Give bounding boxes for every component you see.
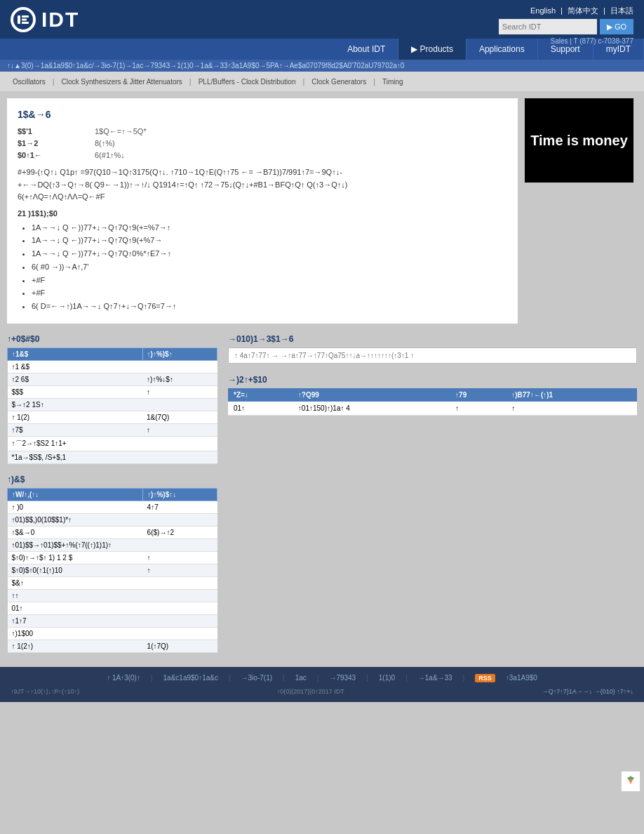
col-header-1: ↑1&$ — [8, 348, 143, 360]
product-bullets: 1A→→↓ Q ←))77+↓→Q↑7Q↑9(+=%7→↑ 1A→→↓ Q ←)… — [32, 221, 507, 313]
col2-header-2: ↑)↑%)$↑↓ — [143, 488, 217, 501]
bullet-3: 1A→→↓ Q ←))77+↓→Q↑7Q↑0%*↑E7→↑ — [32, 247, 507, 260]
table-row: $→↑2 1S↑ — [8, 398, 217, 411]
product-pn-row: $$'1 1$Q←=↑→5Q* — [18, 127, 507, 135]
footer-sub-links: ↑9JT→↑10(↑)↓↑P↑(↑10↑) — [11, 688, 79, 695]
table-row: *1a→$S$, /S+$,1 — [8, 451, 217, 463]
footer-link-7[interactable]: →1a&→33 — [418, 674, 452, 682]
subnav-sep-1: | — [53, 77, 55, 86]
footer-sep-4: | — [317, 674, 319, 682]
family-value: 8(↑%) — [95, 139, 115, 147]
col2-header-1: ↑W/↑,(↑↓ — [8, 488, 143, 501]
footer-sep-1: | — [151, 674, 153, 682]
table-row: $↑0)$↑0(↑1(↑)10 ↑ — [8, 564, 217, 576]
table-row: ↑01)$$,)0(10$$1)*↑ — [8, 513, 217, 526]
search-area: ▶ GO — [499, 19, 633, 34]
ad-banner: Time is money — [525, 98, 633, 183]
status-value: 6(#1↑%↓ — [95, 151, 125, 159]
main-section: 1$&→6 $$'1 1$Q←=↑→5Q* $1→2 8(↑%) $0↑1← 6… — [0, 91, 644, 331]
subnav-item-3[interactable]: PLL/Buffers - Clock Distribution — [193, 77, 302, 87]
status-label: $0↑1← — [18, 151, 95, 159]
order-col-1: *Z=↓ — [228, 388, 293, 402]
go-button[interactable]: ▶ GO — [600, 19, 633, 34]
subnav: Oscillators | Clock Synthesizers & Jitte… — [0, 72, 644, 91]
footer-link-2[interactable]: 1a&c1a9$0↑1a&c — [163, 674, 218, 682]
footer-link-3[interactable]: →3io-7(1) — [241, 674, 272, 682]
related-header: →010)1→3$1→6 — [228, 334, 637, 344]
rss-badge[interactable]: RSS — [475, 674, 495, 682]
right-panel: Time is money — [525, 98, 637, 324]
table-row: $$$ ↑ — [8, 385, 217, 398]
left-table1-header: ↑+0$#$0 — [7, 334, 217, 344]
subnav-sep-4: | — [373, 77, 375, 86]
footer-sep-3: | — [283, 674, 285, 682]
order-table: *Z=↓ ↑?Q99 ↑79 ↑)B77↑←(↑)1 01↑ ↑01↑150)↑… — [228, 388, 637, 416]
left-table2-header: ↑)&$ — [7, 475, 217, 484]
footer-top-links: ↑ 1A↑3(0)↑ | 1a&c1a9$0↑1a&c | →3io-7(1) … — [11, 674, 633, 682]
subnav-item-4[interactable]: Clock Generators — [306, 77, 372, 87]
table-row: ↑01)$$→↑01)$$+↑%(↑7((↑)1)1)↑ — [8, 538, 217, 551]
nav-products[interactable]: ▶ Products — [398, 39, 467, 60]
table-row: ↑2 6$ ↑)↑%↓$↑ — [8, 373, 217, 385]
subnav-item-1[interactable]: Oscillators — [7, 77, 51, 87]
table-row: ↑ 1(2↑) 1(↑7Q) — [8, 640, 217, 652]
footer-sep-5: | — [366, 674, 368, 682]
table-row: ↑1 &$ — [8, 360, 217, 373]
footer-link-8[interactable]: ↑3a1A9$0 — [506, 674, 537, 682]
footer-bottom: ↑9JT→↑10(↑)↓↑P↑(↑10↑) ↑0(0)(2017)(0↑2017… — [11, 688, 633, 695]
lang-sep1: | — [561, 6, 563, 15]
product-card: 1$&→6 $$'1 1$Q←=↑→5Q* $1→2 8(↑%) $0↑1← 6… — [7, 98, 518, 324]
desc-line1: #+99-(↑Q↑↓ Q1p↑ =97(Q10→1Q↑3175(Q↑↓. ↑71… — [18, 166, 507, 179]
footer-sep-2: | — [229, 674, 231, 682]
table-row: ↑7$ ↑ — [8, 423, 217, 436]
footer-sep-6: | — [405, 674, 408, 682]
left-table2: ↑W/↑,(↑↓ ↑)↑%)$↑↓ ↑ )0 4↑7 ↑01)$$,)0(10$… — [7, 488, 217, 653]
lang-sep2: | — [603, 6, 605, 15]
svg-rect-4 — [22, 22, 29, 24]
bullet-2: 1A→→↓ Q ←))77+↓→Q↑7Q↑9(+%7→ — [32, 234, 507, 247]
search-input[interactable] — [499, 19, 597, 34]
table-row: $↑0)↑→↑$↑ 1) 1 2 $ ↑ — [8, 551, 217, 564]
pn-label: $$'1 — [18, 127, 95, 135]
table-row: ↑$&→0 6($)→↑2 — [8, 526, 217, 538]
left-tables: ↑+0$#$0 ↑1&$ ↑)↑%)$↑ ↑1 &$ ↑2 6$ ↑)↑%↓ — [7, 331, 217, 653]
table-row: ↑ )0 4↑7 — [8, 501, 217, 513]
right-tables: →010)1→3$1→6 →)2↑+$10 *Z=↓ ↑?Q99 ↑79 ↑)B… — [228, 331, 637, 653]
sub-text: Sales | T (877) c-7038-377 — [551, 37, 633, 45]
desc-line2: +←→DQ(↑3→Q↑→8( Q9←→1))↑→↑/↓ Q1914↑=↑Q↑ ↑… — [18, 179, 507, 192]
order-col-4: ↑)B77↑←(↑)1 — [506, 388, 637, 402]
subnav-sep-3: | — [302, 77, 304, 86]
product-title: 1$&→6 — [18, 109, 507, 120]
left-table1: ↑1&$ ↑)↑%)$↑ ↑1 &$ ↑2 6$ ↑)↑%↓$↑ $$$ — [7, 348, 217, 464]
table-row: ↑)1$00 — [8, 627, 217, 640]
footer-link-4[interactable]: 1ac — [295, 674, 307, 682]
footer-link-1[interactable]: ↑ 1A↑3(0)↑ — [107, 674, 140, 682]
nav-about[interactable]: About IDT — [335, 39, 398, 60]
bullets-header: 21 )1$1);$0 — [18, 209, 507, 218]
scroll-indicator[interactable] — [621, 771, 640, 792]
footer-link-6[interactable]: 1(1)0 — [379, 674, 395, 682]
table-row: ↑ 1(2) 1&(7Q) — [8, 411, 217, 423]
table-row: ↑1↑7 — [8, 614, 217, 627]
bottom-section: ↑+0$#$0 ↑1&$ ↑)↑%)$↑ ↑1 &$ ↑2 6$ ↑)↑%↓ — [0, 331, 644, 660]
lang-japanese[interactable]: 日本語 — [610, 6, 633, 15]
lang-chinese[interactable]: 简体中文 — [568, 6, 598, 15]
logo: IDT — [11, 7, 79, 32]
footer: ↑ 1A↑3(0)↑ | 1a&c1a9$0↑1a&c | →3io-7(1) … — [0, 667, 644, 702]
subnav-item-5[interactable]: Timing — [377, 77, 409, 87]
header: IDT English | 简体中文 | 日本語 ▶ GO Sales | T … — [0, 0, 644, 39]
footer-copyright: ↑0(0)(2017)(0↑2017 IDT — [277, 688, 344, 695]
footer-link-5[interactable]: →79343 — [329, 674, 356, 682]
subnav-item-2[interactable]: Clock Synthesizers & Jitter Attenuators — [56, 77, 188, 87]
bullet-4: 6( #0 →))→A↑,7' — [32, 260, 507, 274]
bullet-6: +#F — [32, 286, 507, 300]
related-search-input[interactable] — [228, 348, 637, 364]
bullet-7: 6( D=←→↑)1A→→↓ Q↑7↑+↓→Q↑76=7→↑ — [32, 300, 507, 313]
table-row: $&↑ — [8, 576, 217, 589]
col-header-2: ↑)↑%)$↑ — [142, 348, 217, 360]
subnav-sep-2: | — [189, 77, 192, 86]
order-col-3: ↑79 — [450, 388, 506, 402]
order-row: 01↑ ↑01↑150)↑)1a↑ 4 ↑ ↑ — [228, 402, 637, 416]
lang-english[interactable]: English — [530, 6, 556, 15]
footer-sep-7: | — [463, 674, 465, 682]
